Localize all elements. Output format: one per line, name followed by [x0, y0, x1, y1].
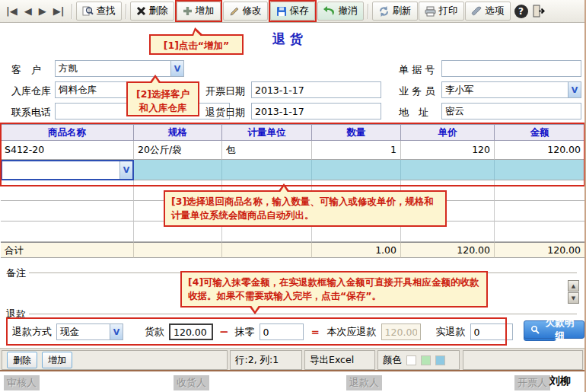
callout-step2: [2]选择客户 和入库仓库 [126, 81, 199, 116]
product-select-combobox[interactable]: V [1, 160, 134, 180]
total-label: 合计 [1, 242, 134, 258]
nav-first-button[interactable]: |◀ [3, 4, 21, 18]
nav-last-button[interactable]: ▶| [50, 4, 68, 18]
delete-x-icon [136, 6, 146, 16]
refund-method-value: 现金 [57, 326, 110, 339]
refresh-button[interactable]: 刷新 [372, 2, 418, 21]
delete-button[interactable]: 删除 [130, 2, 174, 21]
col-header-amount[interactable]: 金额 [495, 124, 585, 141]
scroll-down-icon[interactable]: ▼ [568, 292, 579, 304]
col-header-unit[interactable]: 计量单位 [222, 124, 312, 141]
chevron-down-icon[interactable]: V [568, 82, 581, 97]
empty-cell[interactable] [495, 201, 585, 221]
cell-qty[interactable]: 1 [312, 141, 401, 160]
salesman-label: 业 务 员 [399, 84, 435, 98]
table-total-row: 合计 1.00 120.00 120.00 [1, 242, 585, 258]
cell-product[interactable]: S412-20 [1, 141, 134, 160]
color-swatch-green [421, 355, 431, 365]
empty-cell[interactable] [495, 180, 585, 201]
callout-arrow [250, 304, 260, 311]
print-label: 打印 [439, 5, 458, 18]
add-label: 增加 [196, 5, 215, 18]
grid-header-row: 商品名称 规格 计量单位 数量 单价 金额 [1, 124, 585, 141]
salesman-combobox[interactable]: 李小军 V [441, 81, 581, 98]
payment-label: 货款 [145, 325, 164, 339]
customer-value: 方凯 [56, 62, 170, 75]
customer-combobox[interactable]: 方凯 V [55, 60, 184, 77]
chevron-down-icon[interactable]: V [110, 324, 123, 339]
invoicer-name: 刘柳 [549, 374, 571, 388]
add-button[interactable]: 增加 [177, 2, 221, 21]
cursor-position-text: 行:2, 列:1 [235, 354, 279, 367]
table-row[interactable]: S412-20 20公斤/袋 包 1 120 120.00 [1, 141, 585, 160]
reviewer-stamp: 审核人 [4, 375, 40, 390]
empty-cell[interactable] [1, 180, 134, 201]
cell-unit[interactable] [222, 160, 312, 180]
empty-cell[interactable] [1, 221, 134, 242]
signature-footer: 审核人 收货人 退款人 开票人 刘柳 [0, 372, 586, 392]
col-header-product[interactable]: 商品名称 [1, 124, 134, 141]
col-header-qty[interactable]: 数量 [312, 124, 401, 141]
color-legend-box: 颜色 [377, 350, 460, 370]
toolbar: |◀ ◀ ▶ ▶| 查找 删除 增加 修改 保存 撤消 刷新 打 [0, 0, 586, 23]
actual-refund-input[interactable] [470, 323, 513, 340]
row-delete-button[interactable]: 删除 [7, 352, 37, 368]
callout-step3-text: [3]选择退回商品名称，输入数量、可输入或修改单价，规格和计量单位系统会随商品自… [171, 196, 434, 221]
statusbar-buttons-box: 删除 增加 [2, 350, 228, 370]
help-button[interactable]: ? [514, 5, 528, 18]
callout-step1: [1]点击“增加” [149, 34, 244, 55]
refresh-icon [378, 6, 390, 17]
options-button[interactable]: 选项 [465, 2, 511, 21]
cell-spec[interactable] [134, 160, 222, 180]
toolbar-separator [368, 4, 368, 19]
row-add-button[interactable]: 增加 [42, 352, 72, 368]
scroll-up-icon[interactable]: ▲ [568, 280, 579, 292]
col-header-price[interactable]: 单价 [401, 124, 495, 141]
undo-button[interactable]: 撤消 [317, 2, 364, 21]
total-unit [222, 242, 312, 258]
nav-next-button[interactable]: ▶ [36, 4, 49, 18]
save-label: 保存 [290, 5, 309, 18]
empty-cell[interactable] [495, 221, 585, 242]
address-input[interactable] [441, 103, 581, 120]
refund-method-combobox[interactable]: 现金 V [56, 323, 123, 340]
invoicer-stamp: 开票人 [514, 375, 550, 390]
page-title: 退货 [272, 30, 307, 48]
debt-detail-button[interactable]: 欠款明细 [524, 320, 584, 339]
color-legend-label: 颜色 [383, 354, 402, 367]
options-label: 选项 [486, 5, 505, 18]
cell-amount[interactable] [495, 160, 585, 180]
nav-prev-button[interactable]: ◀ [21, 4, 35, 18]
callout-step3: [3]选择退回商品名称，输入数量、可输入或修改单价，规格和计量单位系统会随商品自… [164, 190, 447, 227]
chevron-down-icon[interactable]: V [170, 61, 183, 76]
invoice-date-input[interactable] [251, 81, 381, 98]
empty-cell[interactable] [1, 201, 134, 221]
export-excel-link[interactable]: 导出Excel [310, 354, 354, 367]
cell-unit[interactable]: 包 [222, 141, 312, 160]
cursor-position-box: 行:2, 列:1 [230, 350, 302, 370]
table-row-editing[interactable]: V [1, 160, 585, 180]
total-qty: 1.00 [312, 242, 401, 258]
phone-label: 联系电话 [11, 106, 51, 120]
save-button[interactable]: 保存 [270, 2, 315, 21]
print-button[interactable]: 打印 [419, 2, 464, 21]
plus-icon [183, 6, 193, 16]
refund-method-label: 退款方式 [12, 325, 52, 339]
debt-detail-label: 欠款明细 [542, 317, 578, 343]
doc-no-input[interactable] [441, 60, 581, 77]
remarks-scrollbar: ▲ ▼ [568, 280, 579, 304]
exit-door-button[interactable] [532, 5, 545, 18]
find-button[interactable]: 查找 [76, 2, 122, 21]
return-date-input[interactable] [251, 103, 381, 120]
payment-input[interactable] [169, 323, 213, 340]
cell-qty[interactable] [312, 160, 401, 180]
col-header-spec[interactable]: 规格 [134, 124, 222, 141]
modify-button[interactable]: 修改 [223, 2, 268, 21]
rounding-input[interactable] [260, 323, 304, 340]
cell-amount[interactable]: 120.00 [495, 141, 585, 160]
cell-price[interactable] [401, 160, 495, 180]
cell-price[interactable]: 120 [401, 141, 495, 160]
chevron-down-icon[interactable]: V [119, 161, 132, 179]
refund-section-line [27, 314, 577, 314]
cell-spec[interactable]: 20公斤/袋 [134, 141, 222, 160]
